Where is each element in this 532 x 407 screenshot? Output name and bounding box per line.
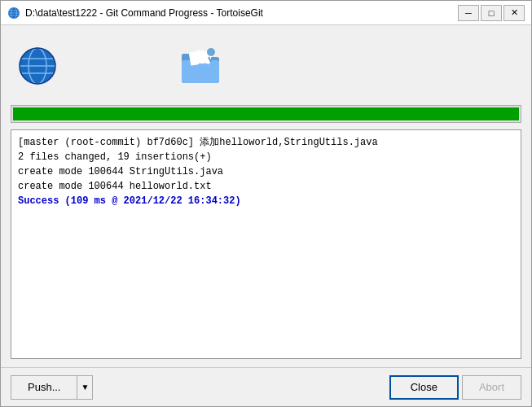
maximize-button[interactable]: □ <box>481 5 502 21</box>
abort-button[interactable]: Abort <box>462 375 521 400</box>
content-area: [master (root-commit) bf7d60c] 添加hellowo… <box>1 25 531 367</box>
title-icon <box>7 7 20 20</box>
push-button-group: Push... ▼ <box>11 375 93 400</box>
svg-rect-13 <box>182 60 219 83</box>
svg-point-17 <box>207 48 215 56</box>
folder-icon <box>180 46 221 86</box>
window-title: D:\data\test1222 - Git Command Progress … <box>25 7 458 19</box>
footer-bar: Push... ▼ Close Abort <box>1 367 531 406</box>
progress-bar-container <box>11 105 521 123</box>
output-line: Success (109 ms @ 2021/12/22 16:34:32) <box>18 194 514 208</box>
push-dropdown-button[interactable]: ▼ <box>77 375 93 400</box>
push-button[interactable]: Push... <box>11 375 77 400</box>
progress-bar-fill <box>13 107 519 120</box>
globe-icon <box>17 46 58 86</box>
main-window: D:\data\test1222 - Git Command Progress … <box>0 0 532 407</box>
output-line: [master (root-commit) bf7d60c] 添加hellowo… <box>18 135 514 150</box>
minimize-button[interactable]: ─ <box>458 5 479 21</box>
output-line: create mode 100644 helloworld.txt <box>18 179 514 194</box>
title-bar: D:\data\test1222 - Git Command Progress … <box>1 1 531 25</box>
output-box: [master (root-commit) bf7d60c] 添加hellowo… <box>11 129 521 359</box>
output-line: create mode 100644 StringUtils.java <box>18 164 514 179</box>
close-window-button[interactable]: ✕ <box>503 5 525 21</box>
window-controls: ─ □ ✕ <box>458 5 525 21</box>
close-button[interactable]: Close <box>389 375 459 400</box>
output-line: 2 files changed, 19 insertions(+) <box>18 150 514 164</box>
icons-row <box>9 33 523 98</box>
